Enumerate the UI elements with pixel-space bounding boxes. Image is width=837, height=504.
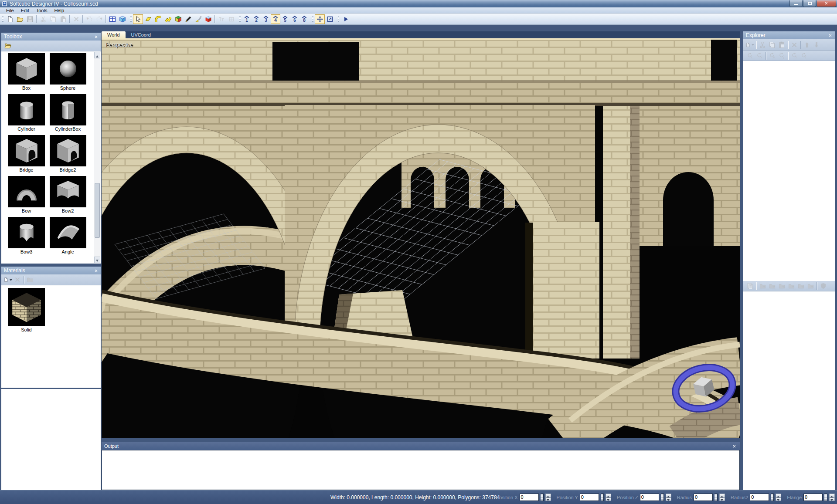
curve-tool[interactable] (153, 14, 163, 24)
field-input[interactable]: 0 (520, 494, 539, 501)
spin-down-icon[interactable] (545, 497, 551, 501)
scroll-up-arrow[interactable] (94, 52, 100, 58)
uv-table[interactable] (107, 14, 117, 24)
field-spinner[interactable] (776, 494, 781, 501)
sep (764, 51, 767, 60)
open-file[interactable] (15, 14, 25, 24)
toolbox-header: Toolbox (1, 33, 101, 41)
uv-cube[interactable] (117, 14, 127, 24)
explorer-close-button[interactable] (827, 33, 833, 38)
spin-up-icon[interactable] (719, 494, 725, 497)
run[interactable] (340, 14, 350, 24)
toolbox-item[interactable]: CylinderBox (47, 94, 88, 135)
explorer-tree[interactable] (743, 61, 835, 281)
output-title: Output (104, 443, 119, 449)
field-spinner[interactable] (719, 494, 725, 501)
toolbox-item[interactable]: Bow (6, 176, 47, 217)
menu-item[interactable]: Tools (33, 7, 51, 14)
texture-cube-tool[interactable] (203, 14, 213, 24)
field-stripes-icon (661, 494, 664, 501)
level-button[interactable]: 5 (280, 14, 290, 24)
select-tool[interactable] (133, 14, 143, 24)
field-input[interactable]: 0 (750, 494, 769, 501)
field-spinner[interactable] (545, 494, 551, 501)
shape-thumbnail[interactable] (50, 94, 86, 125)
toolbox-item[interactable]: Sphere (47, 53, 88, 94)
shape-thumbnail[interactable] (50, 53, 86, 85)
picker-tool[interactable] (183, 14, 193, 24)
shape-thumbnail[interactable] (8, 94, 45, 125)
curve2-tool[interactable] (163, 14, 173, 24)
spin-down-icon[interactable] (719, 497, 725, 501)
level-button[interactable]: 4 (271, 14, 280, 24)
toolbox-item[interactable]: Box (6, 53, 47, 94)
shape-thumbnail[interactable] (8, 217, 45, 248)
menu-item[interactable]: File (3, 7, 17, 14)
toolbox-item[interactable]: Bow3 (6, 217, 47, 258)
materials-close-button[interactable] (93, 268, 99, 273)
app-icon[interactable] (2, 1, 7, 7)
paint-tool[interactable] (193, 14, 203, 24)
close-button[interactable] (817, 0, 836, 7)
field-spinner[interactable] (606, 494, 611, 501)
material-item[interactable]: Solid (6, 288, 47, 332)
toolbox-item[interactable]: Cylinder (6, 94, 47, 135)
spin-down-icon[interactable] (776, 497, 781, 501)
spin-down-icon[interactable] (829, 497, 835, 501)
document-tab[interactable]: World (102, 31, 126, 38)
spin-up-icon[interactable] (776, 494, 781, 497)
output-header: Output (102, 442, 740, 450)
minimize-button[interactable] (789, 0, 803, 7)
shape-thumbnail[interactable] (50, 217, 86, 248)
solid-cube-tool[interactable] (173, 14, 183, 24)
pan-view[interactable] (315, 14, 325, 24)
toolbox-item[interactable]: Angle (47, 217, 88, 258)
render-scene[interactable] (102, 40, 740, 438)
shape-thumbnail[interactable] (8, 135, 45, 166)
toolbox-item[interactable]: Bridge2 (47, 135, 88, 176)
field-input[interactable]: 0 (580, 494, 599, 501)
viewport-3d[interactable]: Perspective (102, 40, 740, 438)
maximize-button[interactable] (803, 0, 816, 7)
polygon-tool[interactable] (143, 14, 153, 24)
close-icon (732, 444, 736, 448)
field-input[interactable]: 0 (803, 494, 823, 501)
material-thumbnail[interactable] (8, 288, 45, 326)
shape-thumbnail[interactable] (8, 53, 45, 85)
field-spinner[interactable] (829, 494, 835, 501)
shape-thumbnail[interactable] (50, 176, 86, 207)
shape-thumbnail[interactable] (50, 135, 86, 166)
output-log[interactable] (102, 450, 740, 490)
document-tab[interactable]: UVCoord (126, 31, 157, 38)
fit-view[interactable] (325, 14, 335, 24)
spin-up-icon[interactable] (545, 494, 551, 497)
new-material[interactable] (3, 275, 13, 284)
scroll-down-arrow[interactable] (94, 257, 100, 263)
level-button[interactable]: 8 (299, 14, 309, 24)
level-button[interactable]: 6 (290, 14, 299, 24)
toolbox-close-button[interactable] (93, 34, 99, 39)
open-library[interactable] (3, 41, 13, 50)
menu-item[interactable]: Help (51, 7, 68, 14)
output-close-button[interactable] (731, 443, 737, 449)
field-input[interactable]: 0 (694, 494, 713, 501)
spin-up-icon[interactable] (606, 494, 611, 497)
scrollbar-thumb[interactable] (95, 183, 100, 238)
spin-up-icon[interactable] (829, 494, 835, 497)
rotate-y-cw (777, 51, 786, 60)
spin-down-icon[interactable] (606, 497, 611, 501)
menu-item[interactable]: Edit (17, 7, 33, 14)
shape-thumbnail[interactable] (8, 176, 45, 207)
spin-down-icon[interactable] (666, 497, 671, 501)
level-button[interactable]: 2 (252, 14, 261, 24)
level-button[interactable]: 1 (242, 14, 252, 24)
toolbox-item[interactable]: Bow2 (47, 176, 88, 217)
spin-up-icon[interactable] (666, 494, 671, 497)
level-button[interactable]: 3 (261, 14, 271, 24)
field-spinner[interactable] (666, 494, 671, 501)
field-input[interactable]: 0 (640, 494, 659, 501)
title-bar: Softcube Designer IV - Colloseum.scd (0, 0, 837, 7)
toolbox-scrollbar[interactable] (94, 52, 100, 263)
toolbox-item[interactable]: Bridge (6, 135, 47, 176)
new-file[interactable] (5, 14, 15, 24)
